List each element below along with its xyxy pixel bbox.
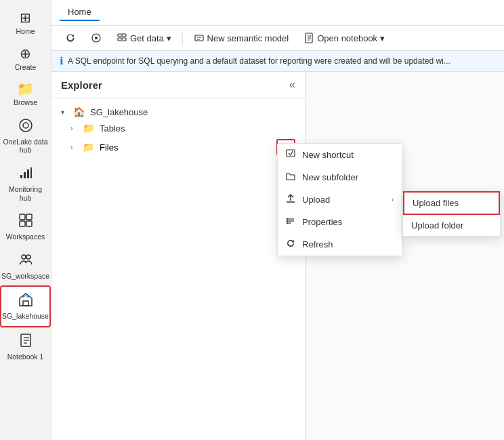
svg-rect-7 <box>26 214 32 220</box>
files-chevron-icon: › <box>70 144 80 151</box>
upload-label: Upload <box>302 195 306 205</box>
content-area: Explorer « ▾ 🏠 SG_lakehouse › 📁 Tables <box>51 72 504 440</box>
sidebar-item-monitoring[interactable]: Monitoring hub <box>0 160 51 207</box>
svg-point-37 <box>287 218 288 220</box>
refresh-label: Refresh <box>302 239 306 249</box>
refresh-icon-btn[interactable] <box>60 30 81 46</box>
refresh-toolbar-icon <box>65 33 76 43</box>
get-data-btn[interactable]: Get data ▾ <box>111 30 177 46</box>
notebook-icon <box>18 333 33 350</box>
svg-point-38 <box>287 220 288 222</box>
open-notebook-icon <box>303 33 314 43</box>
sidebar-item-create[interactable]: ⊕ Create <box>0 41 51 77</box>
root-chevron-icon: ▾ <box>61 108 70 116</box>
context-menu: New shortcut New subfolder <box>277 143 306 256</box>
svg-point-10 <box>22 255 26 259</box>
sg-lakehouse-icon <box>18 292 33 309</box>
infobar-text: A SQL endpoint for SQL querying and a de… <box>68 56 450 66</box>
settings-btn[interactable] <box>85 30 107 46</box>
svg-rect-5 <box>30 167 32 178</box>
svg-rect-6 <box>20 214 25 220</box>
new-semantic-icon <box>194 33 205 43</box>
upload-icon <box>286 194 297 205</box>
tables-chevron-icon: › <box>70 125 80 132</box>
new-subfolder-label: New subfolder <box>302 172 306 182</box>
open-notebook-label: Open notebook <box>317 33 377 43</box>
toolbar: Get data ▾ | New semantic model Open not… <box>51 26 504 51</box>
explorer-panel: Explorer « ▾ 🏠 SG_lakehouse › 📁 Tables <box>51 72 306 440</box>
sidebar-label-home: Home <box>16 27 35 36</box>
svg-point-0 <box>20 119 32 132</box>
svg-rect-8 <box>20 221 25 226</box>
svg-rect-13 <box>23 301 28 306</box>
infobar: ℹ A SQL endpoint for SQL querying and a … <box>51 51 504 72</box>
sidebar-label-onelake: OneLake data hub <box>3 138 48 155</box>
info-icon: ℹ <box>60 55 64 67</box>
collapse-explorer-btn[interactable]: « <box>289 79 295 91</box>
new-semantic-btn[interactable]: New semantic model <box>188 30 295 46</box>
onelake-icon <box>18 118 33 135</box>
sidebar-label-create: Create <box>15 63 37 72</box>
root-label: SG_lakehouse <box>90 107 148 117</box>
home-tab[interactable]: Home <box>60 4 100 21</box>
sidebar-item-home[interactable]: ⊞ Home <box>0 5 51 41</box>
svg-point-1 <box>23 123 28 128</box>
file-tree: ▾ 🏠 SG_lakehouse › 📁 Tables › 📁 Files <box>51 98 305 163</box>
tables-folder-icon: 📁 <box>83 123 94 134</box>
svg-rect-3 <box>24 172 26 178</box>
sidebar-item-onelake[interactable]: OneLake data hub <box>0 113 51 160</box>
upload-left: Upload <box>286 194 306 205</box>
sidebar: ⊞ Home ⊕ Create 📁 Browse OneLake data hu… <box>0 0 51 440</box>
tree-root-item[interactable]: ▾ 🏠 SG_lakehouse <box>51 104 305 120</box>
menu-item-properties[interactable]: Properties <box>278 211 306 233</box>
toolbar-divider: | <box>181 31 184 45</box>
svg-rect-4 <box>27 169 29 178</box>
get-data-label: Get data <box>130 33 164 43</box>
topbar: Home <box>51 0 504 26</box>
svg-point-39 <box>287 222 288 224</box>
explorer-title: Explorer <box>61 79 102 91</box>
menu-item-new-subfolder[interactable]: New subfolder <box>278 166 306 188</box>
open-notebook-arrow: ▾ <box>380 33 385 43</box>
tables-item[interactable]: › 📁 Tables <box>51 120 305 136</box>
sidebar-label-sg-workspace: SG_workspace <box>1 272 49 281</box>
workspaces-icon <box>18 213 33 230</box>
settings-icon <box>91 33 102 43</box>
new-shortcut-icon <box>286 149 297 161</box>
svg-point-19 <box>95 37 98 39</box>
main-content: Home Get data ▾ | <box>51 0 504 440</box>
menu-item-refresh[interactable]: Refresh <box>278 233 306 256</box>
get-data-arrow: ▾ <box>167 33 171 43</box>
sidebar-label-browse: Browse <box>14 98 37 107</box>
sidebar-item-workspaces[interactable]: Workspaces <box>0 207 51 247</box>
files-folder-icon: 📁 <box>83 142 94 153</box>
sidebar-label-sg-lakehouse: SG_lakehouse <box>2 312 49 321</box>
properties-icon <box>286 216 297 228</box>
get-data-icon <box>117 33 127 43</box>
create-icon: ⊕ <box>20 47 31 60</box>
sidebar-item-sg-lakehouse[interactable]: SG_lakehouse <box>0 285 51 327</box>
menu-item-upload[interactable]: Upload › <box>278 188 306 211</box>
refresh-context-icon <box>286 239 297 250</box>
sg-workspace-icon <box>18 252 33 269</box>
new-shortcut-label: New shortcut <box>302 150 306 160</box>
browse-icon: 📁 <box>17 82 34 96</box>
tables-label: Tables <box>100 123 125 134</box>
svg-rect-2 <box>20 175 22 178</box>
sidebar-label-workspaces: Workspaces <box>6 233 45 241</box>
properties-label: Properties <box>302 217 306 227</box>
open-notebook-btn[interactable]: Open notebook ▾ <box>298 30 390 46</box>
sidebar-label-notebook1: Notebook 1 <box>7 353 44 361</box>
sidebar-label-monitoring: Monitoring hub <box>3 185 48 202</box>
sidebar-item-sg-workspace[interactable]: SG_workspace <box>0 247 51 286</box>
sidebar-item-browse[interactable]: 📁 Browse <box>0 77 51 113</box>
menu-item-new-shortcut[interactable]: New shortcut <box>278 144 306 166</box>
files-left: › 📁 Files <box>70 142 276 153</box>
monitoring-icon <box>18 165 33 182</box>
home-icon: ⊞ <box>20 11 31 24</box>
sidebar-item-notebook1[interactable]: Notebook 1 <box>0 327 51 367</box>
root-folder-icon: 🏠 <box>73 106 85 117</box>
svg-point-11 <box>26 255 30 259</box>
files-item[interactable]: › 📁 Files ··· <box>51 136 305 158</box>
svg-rect-9 <box>26 221 32 226</box>
